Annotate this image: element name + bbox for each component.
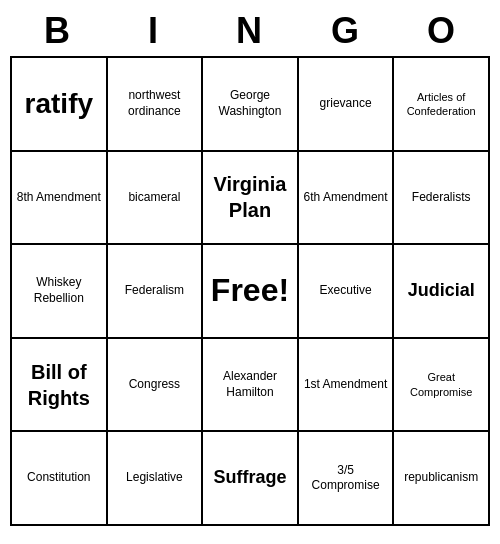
cell-4-1: Legislative bbox=[108, 432, 204, 526]
cell-4-4: republicanism bbox=[394, 432, 490, 526]
cell-1-4: Federalists bbox=[394, 152, 490, 246]
cell-text-2-2: Free! bbox=[211, 270, 289, 312]
cell-text-4-2: Suffrage bbox=[213, 466, 286, 489]
cell-text-3-0: Bill of Rights bbox=[16, 359, 102, 411]
cell-1-2: Virginia Plan bbox=[203, 152, 299, 246]
cell-2-4: Judicial bbox=[394, 245, 490, 339]
cell-text-2-0: Whiskey Rebellion bbox=[16, 275, 102, 306]
cell-2-0: Whiskey Rebellion bbox=[12, 245, 108, 339]
cell-1-0: 8th Amendment bbox=[12, 152, 108, 246]
cell-0-0: ratify bbox=[12, 58, 108, 152]
cell-text-0-1: northwest ordinance bbox=[112, 88, 198, 119]
cell-1-3: 6th Amendment bbox=[299, 152, 395, 246]
cell-3-1: Congress bbox=[108, 339, 204, 433]
cell-text-2-1: Federalism bbox=[125, 283, 184, 299]
cell-text-0-3: grievance bbox=[320, 96, 372, 112]
cell-3-2: Alexander Hamilton bbox=[203, 339, 299, 433]
letter-b: B bbox=[10, 10, 106, 52]
cell-0-2: George Washington bbox=[203, 58, 299, 152]
cell-text-2-3: Executive bbox=[320, 283, 372, 299]
cell-text-3-4: Great Compromise bbox=[398, 370, 484, 399]
bingo-grid: ratifynorthwest ordinanceGeorge Washingt… bbox=[10, 56, 490, 526]
cell-text-0-2: George Washington bbox=[207, 88, 293, 119]
cell-text-4-0: Constitution bbox=[27, 470, 90, 486]
cell-text-1-2: Virginia Plan bbox=[207, 171, 293, 223]
cell-4-3: 3/5 Compromise bbox=[299, 432, 395, 526]
cell-0-4: Articles of Confederation bbox=[394, 58, 490, 152]
cell-3-0: Bill of Rights bbox=[12, 339, 108, 433]
cell-3-3: 1st Amendment bbox=[299, 339, 395, 433]
cell-text-0-4: Articles of Confederation bbox=[398, 90, 484, 119]
cell-4-0: Constitution bbox=[12, 432, 108, 526]
letter-i: I bbox=[106, 10, 202, 52]
cell-text-3-1: Congress bbox=[129, 377, 180, 393]
cell-3-4: Great Compromise bbox=[394, 339, 490, 433]
cell-text-3-3: 1st Amendment bbox=[304, 377, 387, 393]
cell-0-3: grievance bbox=[299, 58, 395, 152]
letter-o: O bbox=[394, 10, 490, 52]
cell-text-1-4: Federalists bbox=[412, 190, 471, 206]
cell-text-4-1: Legislative bbox=[126, 470, 183, 486]
cell-2-3: Executive bbox=[299, 245, 395, 339]
cell-text-1-3: 6th Amendment bbox=[304, 190, 388, 206]
cell-text-0-0: ratify bbox=[25, 86, 93, 122]
cell-text-1-0: 8th Amendment bbox=[17, 190, 101, 206]
cell-text-1-1: bicameral bbox=[128, 190, 180, 206]
letter-g: G bbox=[298, 10, 394, 52]
cell-text-4-4: republicanism bbox=[404, 470, 478, 486]
cell-0-1: northwest ordinance bbox=[108, 58, 204, 152]
letter-n: N bbox=[202, 10, 298, 52]
bingo-header: B I N G O bbox=[10, 10, 490, 52]
cell-4-2: Suffrage bbox=[203, 432, 299, 526]
cell-2-1: Federalism bbox=[108, 245, 204, 339]
cell-2-2: Free! bbox=[203, 245, 299, 339]
cell-text-2-4: Judicial bbox=[408, 279, 475, 302]
cell-text-4-3: 3/5 Compromise bbox=[303, 463, 389, 494]
cell-1-1: bicameral bbox=[108, 152, 204, 246]
cell-text-3-2: Alexander Hamilton bbox=[207, 369, 293, 400]
